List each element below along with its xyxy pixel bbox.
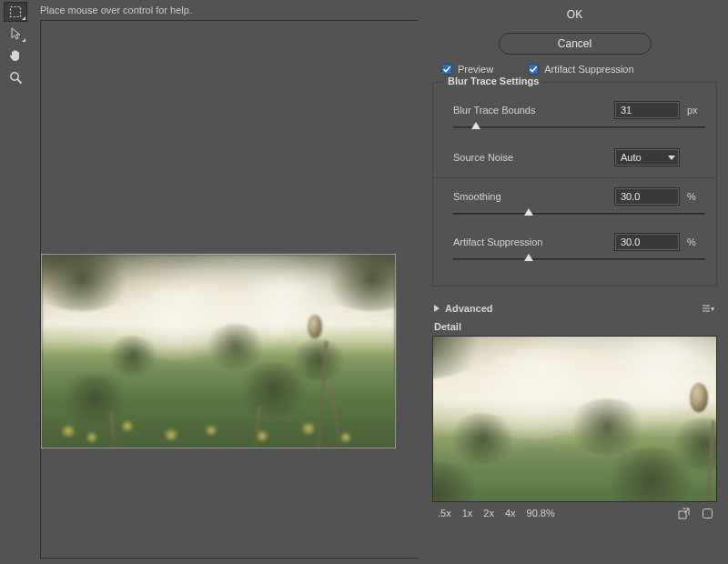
pointer-icon bbox=[9, 27, 22, 40]
loop-icon[interactable] bbox=[701, 507, 713, 519]
artifact-suppression-label: Artifact Suppression bbox=[453, 237, 607, 247]
slider-thumb-icon bbox=[524, 208, 533, 216]
checkbox-icon bbox=[441, 64, 452, 75]
detail-label: Detail bbox=[434, 321, 717, 332]
zoom-level-0[interactable]: .5x bbox=[438, 508, 451, 519]
artifact-suppression-checkbox[interactable]: Artifact Suppression bbox=[528, 64, 633, 75]
slider-thumb-icon bbox=[471, 122, 480, 129]
blur-trace-bounds-param: Blur Trace Bounds 31 px bbox=[453, 101, 705, 134]
artifact-suppression-checkbox-label: Artifact Suppression bbox=[544, 64, 633, 75]
unit-label: % bbox=[687, 191, 705, 202]
marquee-icon bbox=[9, 5, 22, 18]
preview-checkbox[interactable]: Preview bbox=[441, 64, 493, 75]
source-noise-value: Auto bbox=[621, 152, 642, 163]
flyout-indicator-icon bbox=[22, 38, 25, 42]
blur-trace-bounds-input[interactable]: 31 bbox=[614, 101, 680, 119]
cancel-button[interactable]: Cancel bbox=[499, 33, 652, 55]
slider-thumb-icon bbox=[524, 254, 533, 261]
zoom-level-3[interactable]: 4x bbox=[505, 508, 516, 519]
smoothing-input[interactable]: 30.0 bbox=[614, 187, 680, 206]
blur-trace-settings-fieldset: Blur Trace Settings Blur Trace Bounds 31… bbox=[432, 82, 717, 287]
svg-rect-0 bbox=[11, 7, 21, 17]
source-noise-param: Source Noise Auto bbox=[453, 148, 705, 166]
smoothing-slider[interactable] bbox=[453, 207, 705, 220]
chevron-down-icon bbox=[668, 156, 675, 160]
source-noise-label: Source Noise bbox=[453, 152, 607, 163]
checkbox-icon bbox=[528, 64, 539, 75]
preview-column: Place mouse over control for help. bbox=[31, 0, 423, 564]
smoothing-param: Smoothing 30.0 % bbox=[453, 187, 705, 220]
advanced-row[interactable]: Advanced bbox=[432, 303, 717, 314]
fieldset-title: Blur Trace Settings bbox=[444, 76, 542, 86]
artifact-suppression-input[interactable]: 30.0 bbox=[614, 233, 680, 251]
ok-button[interactable]: OK bbox=[499, 4, 652, 25]
svg-line-2 bbox=[17, 79, 21, 83]
tool-hand[interactable] bbox=[4, 45, 27, 65]
blur-trace-bounds-label: Blur Trace Bounds bbox=[453, 105, 607, 116]
detail-frame[interactable] bbox=[432, 336, 717, 502]
smoothing-label: Smoothing bbox=[453, 191, 607, 202]
tool-direct-select[interactable] bbox=[4, 24, 27, 44]
flyout-indicator-icon bbox=[22, 16, 25, 20]
left-toolbar bbox=[0, 0, 31, 564]
image-content bbox=[42, 255, 395, 448]
settings-panel: OK Cancel Preview Artifact Suppression B… bbox=[423, 0, 728, 564]
unit-label: px bbox=[687, 105, 705, 116]
preview-image bbox=[41, 254, 396, 448]
panel-menu-icon[interactable] bbox=[703, 304, 715, 313]
zoom-level-1[interactable]: 1x bbox=[462, 508, 473, 519]
detail-zoom-row: .5x 1x 2x 4x 90.8% bbox=[432, 502, 717, 519]
svg-rect-8 bbox=[703, 509, 712, 518]
blur-trace-bounds-slider[interactable] bbox=[453, 121, 705, 134]
hint-text: Place mouse over control for help. bbox=[40, 2, 418, 18]
artifact-suppression-slider[interactable] bbox=[453, 253, 705, 266]
source-noise-dropdown[interactable]: Auto bbox=[614, 148, 680, 166]
zoom-percent: 90.8% bbox=[527, 508, 555, 519]
preview-checkbox-label: Preview bbox=[458, 64, 493, 75]
tool-zoom[interactable] bbox=[4, 67, 27, 87]
disclosure-right-icon bbox=[434, 305, 440, 312]
hand-icon bbox=[8, 48, 23, 63]
preview-frame[interactable] bbox=[40, 20, 418, 559]
zoom-level-2[interactable]: 2x bbox=[483, 508, 494, 519]
artifact-suppression-param: Artifact Suppression 30.0 % bbox=[453, 233, 705, 266]
detail-image-content bbox=[432, 336, 717, 502]
magnifier-icon bbox=[9, 71, 23, 85]
tool-marquee[interactable] bbox=[4, 2, 27, 22]
undock-icon[interactable] bbox=[677, 507, 690, 519]
advanced-label: Advanced bbox=[445, 303, 493, 314]
divider bbox=[433, 177, 716, 178]
unit-label: % bbox=[687, 237, 705, 247]
